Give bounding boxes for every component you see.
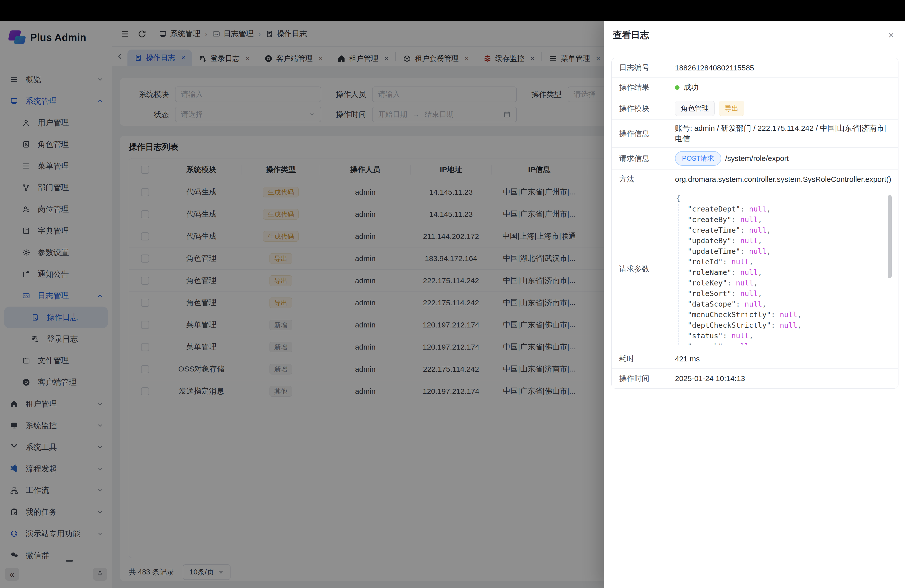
- log-id-value: 1882612840802115585: [669, 58, 898, 78]
- json-line: "createDept": null,: [676, 204, 802, 214]
- success-dot-icon: [675, 85, 680, 90]
- json-line: "roleName": null,: [676, 267, 802, 278]
- detail-row-duration: 耗时 421 ms: [611, 349, 898, 369]
- close-icon[interactable]: ×: [888, 30, 894, 40]
- json-line: "menuCheckStrictly": null,: [676, 309, 802, 320]
- time-value: 2025-01-24 10:14:13: [669, 369, 898, 388]
- detail-row-time: 操作时间 2025-01-24 10:14:13: [611, 369, 898, 388]
- detail-row-result: 操作结果 成功: [611, 78, 898, 97]
- method-value: org.dromara.system.controller.system.Sys…: [669, 170, 898, 189]
- request-params-json[interactable]: {"createDept": null,"createBy": null,"cr…: [675, 193, 892, 345]
- detail-row-op-info: 操作信息 账号: admin / 研发部门 / 222.175.114.242 …: [611, 120, 898, 148]
- json-line: "dataScope": null,: [676, 299, 802, 309]
- json-line: "roleKey": null,: [676, 278, 802, 288]
- detail-label: 方法: [611, 170, 669, 189]
- json-line: {: [676, 193, 802, 204]
- drawer-body: 日志编号 1882612840802115585 操作结果 成功 操作模块 角色…: [604, 49, 905, 588]
- view-log-drawer: 查看日志 × 日志编号 1882612840802115585 操作结果 成功 …: [604, 21, 905, 588]
- json-line: "createTime": null,: [676, 225, 802, 235]
- screen: Plus Admin 概览系统管理用户管理角色管理菜单管理部门管理岗位管理字典管…: [0, 0, 905, 588]
- json-line: "remark": null,: [676, 341, 802, 345]
- json-scrollbar-thumb[interactable]: [888, 195, 892, 278]
- detail-label: 操作模块: [611, 97, 669, 119]
- drawer-title: 查看日志: [613, 29, 649, 41]
- detail-row-request: 请求信息 POST请求 /system/role/export: [611, 148, 898, 170]
- json-line: "updateTime": null,: [676, 246, 802, 256]
- json-line: "deptCheckStrictly": null,: [676, 320, 802, 331]
- detail-label: 操作结果: [611, 78, 669, 97]
- post-method-tag: POST请求: [675, 151, 721, 166]
- detail-label: 请求信息: [611, 148, 669, 169]
- op-info-value: 账号: admin / 研发部门 / 222.175.114.242 / 中国|…: [669, 120, 898, 147]
- log-detail-table: 日志编号 1882612840802115585 操作结果 成功 操作模块 角色…: [611, 58, 899, 389]
- os-top-strip: [0, 0, 905, 21]
- json-lines: {"createDept": null,"createBy": null,"cr…: [676, 193, 802, 345]
- action-tag: 导出: [719, 101, 745, 116]
- detail-label: 操作时间: [611, 369, 669, 388]
- duration-value: 421 ms: [669, 349, 898, 369]
- detail-row-log-id: 日志编号 1882612840802115585: [611, 58, 898, 78]
- json-line: "roleSort": null,: [676, 288, 802, 299]
- detail-label: 日志编号: [611, 58, 669, 78]
- detail-row-params: 请求参数 {"createDept": null,"createBy": nul…: [611, 189, 898, 349]
- detail-row-method: 方法 org.dromara.system.controller.system.…: [611, 170, 898, 189]
- drawer-header: 查看日志 ×: [604, 21, 905, 49]
- json-line: "updateBy": null,: [676, 235, 802, 246]
- detail-label: 请求参数: [611, 189, 669, 349]
- module-tag: 角色管理: [675, 101, 715, 116]
- detail-label: 耗时: [611, 349, 669, 369]
- result-value: 成功: [684, 82, 699, 92]
- json-line: "createBy": null,: [676, 214, 802, 225]
- request-path: /system/role/export: [725, 154, 789, 163]
- json-line: "status": null,: [676, 331, 802, 341]
- detail-label: 操作信息: [611, 120, 669, 147]
- detail-row-module: 操作模块 角色管理 导出: [611, 97, 898, 120]
- json-line: "roleId": null,: [676, 256, 802, 267]
